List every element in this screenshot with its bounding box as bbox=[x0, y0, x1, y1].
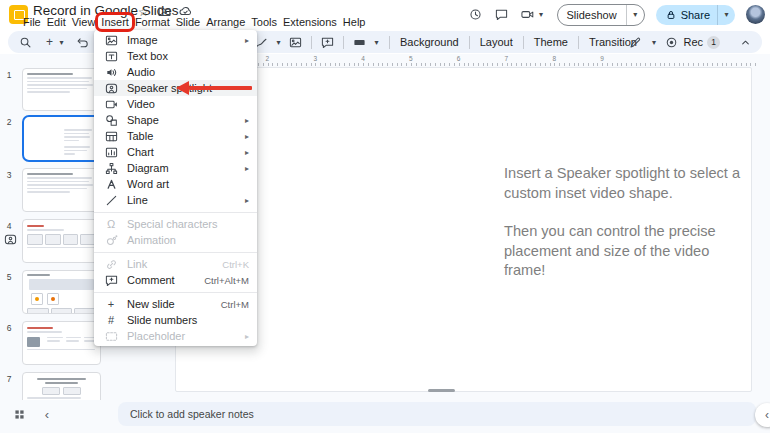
menu-file[interactable]: File bbox=[20, 15, 44, 29]
slide-thumbnail-1[interactable] bbox=[22, 68, 101, 111]
menu-item-text-box[interactable]: Text box bbox=[94, 48, 257, 64]
rec-count-badge: 1 bbox=[707, 36, 720, 49]
chevron-down-icon[interactable]: ▾ bbox=[372, 35, 381, 50]
link-icon bbox=[104, 257, 118, 271]
menu-separator bbox=[94, 252, 257, 253]
toolbar-button-background[interactable]: Background bbox=[393, 36, 466, 48]
laser-pointer-icon[interactable] bbox=[628, 35, 643, 50]
lock-icon bbox=[665, 9, 677, 21]
menu-item-label: Video bbox=[127, 98, 155, 110]
add-comment-icon[interactable] bbox=[320, 35, 335, 50]
menu-item-label: Line bbox=[127, 194, 148, 206]
share-button[interactable]: Share ▾ bbox=[656, 5, 735, 25]
insert-menu: Image▸Text boxAudioSpeaker spotlightVide… bbox=[94, 30, 257, 346]
grid-view-icon[interactable] bbox=[12, 407, 26, 421]
zoom-control[interactable]: + ▾ bbox=[42, 35, 66, 50]
search-icon[interactable] bbox=[18, 35, 33, 50]
camera-icon bbox=[520, 7, 535, 22]
menu-item-table[interactable]: Table▸ bbox=[94, 128, 257, 144]
menu-slide[interactable]: Slide bbox=[173, 15, 203, 29]
menu-item-label: Special characters bbox=[127, 218, 218, 230]
video-icon bbox=[104, 97, 118, 111]
history-icon[interactable] bbox=[468, 7, 483, 22]
menubar: FileEditViewInsertFormatSlideArrangeTool… bbox=[20, 13, 368, 30]
chevron-left-icon[interactable]: ‹ bbox=[40, 407, 54, 421]
menu-item-label: Animation bbox=[127, 234, 176, 246]
menu-item-slide-numbers[interactable]: #Slide numbers bbox=[94, 312, 257, 328]
text-background-icon[interactable] bbox=[352, 35, 367, 50]
rec-button[interactable]: Rec 1 bbox=[664, 35, 720, 50]
menu-item-audio[interactable]: Audio bbox=[94, 64, 257, 80]
menu-item-shape[interactable]: Shape▸ bbox=[94, 112, 257, 128]
chevron-down-icon[interactable]: ▾ bbox=[274, 35, 283, 50]
insert-image-icon[interactable] bbox=[288, 35, 303, 50]
plus-icon: + bbox=[42, 35, 57, 50]
menu-arrange[interactable]: Arrange bbox=[203, 15, 248, 29]
menu-extensions[interactable]: Extensions bbox=[280, 15, 340, 29]
slide-thumbnail-2[interactable] bbox=[22, 115, 101, 162]
chart-icon bbox=[104, 145, 118, 159]
menu-help[interactable]: Help bbox=[340, 15, 369, 29]
menu-item-label: Word art bbox=[127, 178, 169, 190]
comments-icon[interactable] bbox=[494, 7, 509, 22]
menu-edit[interactable]: Edit bbox=[44, 15, 69, 29]
collapse-panel-button[interactable]: ‹ bbox=[755, 403, 770, 427]
menu-tools[interactable]: Tools bbox=[248, 15, 280, 29]
menu-item-label: Audio bbox=[127, 66, 155, 78]
menu-item-placeholder: Placeholder▸ bbox=[94, 328, 257, 344]
menu-item-new-slide[interactable]: +New slideCtrl+M bbox=[94, 296, 257, 312]
slide-text-block[interactable]: Insert a Speaker spotlight to select a c… bbox=[504, 164, 742, 300]
menu-item-word-art[interactable]: Word art bbox=[94, 176, 257, 192]
slideshow-button[interactable]: Slideshow ▾ bbox=[557, 4, 645, 26]
submenu-arrow-icon: ▸ bbox=[245, 148, 249, 157]
slide-number: 5 bbox=[2, 272, 16, 282]
menu-item-label: Chart bbox=[127, 146, 154, 158]
menu-item-video[interactable]: Video bbox=[94, 96, 257, 112]
menu-item-chart[interactable]: Chart▸ bbox=[94, 144, 257, 160]
menu-item-animation: Animation bbox=[94, 232, 257, 248]
menu-item-diagram[interactable]: Diagram▸ bbox=[94, 160, 257, 176]
slideshow-label: Slideshow bbox=[558, 9, 626, 21]
chevron-down-icon[interactable]: ▾ bbox=[627, 10, 644, 19]
slide-thumbnail-6[interactable] bbox=[22, 321, 101, 365]
menu-shortcut: Ctrl+M bbox=[221, 299, 249, 310]
undo-icon[interactable] bbox=[75, 35, 90, 50]
collapse-toolbar-icon[interactable] bbox=[738, 35, 753, 50]
image-icon bbox=[104, 33, 118, 47]
ruler-number: 2 bbox=[266, 55, 270, 62]
audio-icon bbox=[104, 65, 118, 79]
divider bbox=[311, 36, 312, 49]
menu-format[interactable]: Format bbox=[132, 15, 173, 29]
toolbar-button-theme[interactable]: Theme bbox=[527, 36, 575, 48]
slide-number: 6 bbox=[2, 323, 16, 333]
toolbar-button-layout[interactable]: Layout bbox=[473, 36, 520, 48]
slide-number: 7 bbox=[2, 374, 16, 384]
menu-item-comment[interactable]: CommentCtrl+Alt+M bbox=[94, 272, 257, 288]
text-box-icon bbox=[104, 49, 118, 63]
speaker-notes-input[interactable]: Click to add speaker notes bbox=[118, 402, 756, 426]
ruler-number: 3 bbox=[313, 55, 317, 62]
ruler-number: 9 bbox=[600, 55, 604, 62]
comment-icon bbox=[104, 273, 118, 287]
menu-separator bbox=[94, 292, 257, 293]
submenu-arrow-icon: ▸ bbox=[245, 332, 249, 341]
menu-item-line[interactable]: Line▸ bbox=[94, 192, 257, 208]
chevron-down-icon[interactable]: ▾ bbox=[649, 35, 658, 50]
slide-thumbnail-4[interactable] bbox=[22, 219, 101, 263]
slide-thumbnail-3[interactable] bbox=[22, 168, 101, 212]
chevron-down-icon[interactable]: ▾ bbox=[718, 10, 735, 19]
menu-item-image[interactable]: Image▸ bbox=[94, 32, 257, 48]
meet-button[interactable]: ▾ bbox=[520, 7, 546, 22]
menu-insert[interactable]: Insert bbox=[98, 15, 132, 29]
chevron-down-icon: ▾ bbox=[57, 35, 66, 50]
menu-item-label: Text box bbox=[127, 50, 168, 62]
submenu-arrow-icon: ▸ bbox=[245, 36, 249, 45]
avatar[interactable] bbox=[746, 5, 765, 24]
slide-thumbnail-5[interactable] bbox=[22, 270, 101, 314]
notes-resize-handle[interactable] bbox=[428, 389, 455, 392]
google-slides-window: Record in Google Slides ☆ FileEditViewIn… bbox=[0, 0, 770, 433]
slide-editor[interactable]: Insert a Speaker spotlight to select a c… bbox=[175, 67, 752, 392]
slide-number: 3 bbox=[2, 170, 16, 180]
speaker-spotlight-badge-icon bbox=[4, 232, 17, 245]
menu-view[interactable]: View bbox=[69, 15, 99, 29]
